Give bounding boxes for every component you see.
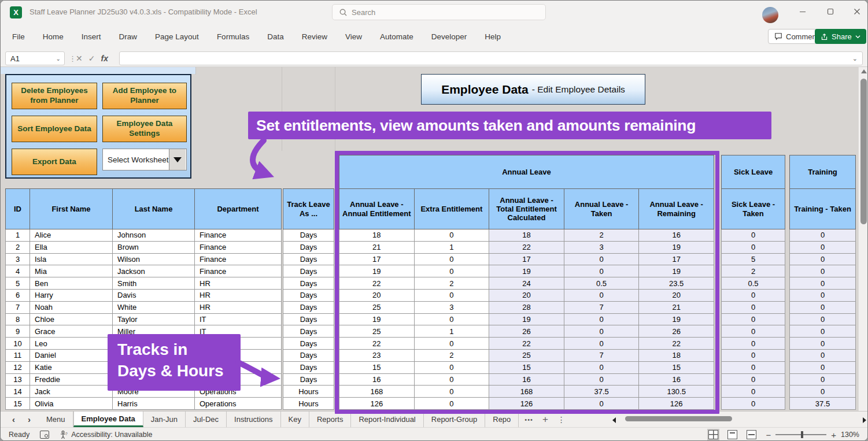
cell-training-taken[interactable]: 0 — [790, 361, 856, 373]
cell-annual-4[interactable]: 15 — [639, 361, 714, 373]
cell-last-name[interactable]: Brown — [113, 241, 195, 253]
cell-first-name[interactable]: Olivia — [30, 398, 113, 410]
cell-training-taken[interactable]: 0 — [790, 301, 856, 313]
cell-annual-3[interactable]: 0 — [564, 265, 639, 277]
cell-sick-taken[interactable]: 0 — [722, 386, 785, 398]
cell-annual-2[interactable]: 24 — [489, 277, 564, 290]
cell-sick-taken[interactable]: 0 — [722, 289, 785, 301]
cell-annual-0[interactable]: 25 — [339, 301, 415, 313]
cell-annual-0[interactable]: 22 — [339, 277, 415, 290]
cell-id[interactable]: 5 — [6, 277, 30, 290]
cell-annual-4[interactable]: 16 — [639, 373, 714, 386]
cell-training-taken[interactable]: 0 — [790, 349, 856, 361]
cell-id[interactable]: 13 — [6, 373, 30, 386]
header-annual-leave-total-entitlement-calculated[interactable]: Annual Leave - Total Entitlement Calcula… — [489, 189, 564, 229]
cell-track-leave-as[interactable]: Days — [283, 313, 334, 325]
employee-data-settings-button[interactable]: Employee Data Settings — [102, 116, 187, 142]
cell-annual-3[interactable]: 7 — [564, 301, 639, 313]
cell-annual-1[interactable]: 2 — [414, 349, 489, 361]
cell-last-name[interactable]: Harris — [113, 398, 195, 410]
avatar[interactable] — [762, 7, 778, 23]
cell-annual-3[interactable]: 0 — [564, 398, 639, 410]
cell-annual-4[interactable]: 17 — [639, 253, 714, 265]
header-id[interactable]: ID — [6, 189, 30, 229]
cell-annual-4[interactable]: 22 — [639, 338, 714, 350]
cell-annual-1[interactable]: 0 — [414, 313, 489, 325]
cell-first-name[interactable]: Grace — [30, 325, 113, 338]
cell-annual-1[interactable]: 1 — [414, 241, 489, 253]
cell-annual-0[interactable]: 20 — [339, 289, 415, 301]
cell-track-leave-as[interactable]: Days — [283, 241, 334, 253]
cell-annual-3[interactable]: 0 — [564, 313, 639, 325]
cell-annual-4[interactable]: 20 — [639, 289, 714, 301]
training-table[interactable]: Training Training - Taken 00000000000000… — [789, 155, 856, 410]
cell-training-taken[interactable]: 0 — [790, 253, 856, 265]
cell-id[interactable]: 11 — [6, 349, 30, 361]
hscroll-left-icon[interactable] — [612, 417, 616, 423]
sheet-tab-jul-dec[interactable]: Jul-Dec — [186, 412, 227, 427]
cell-first-name[interactable]: Harry — [30, 289, 113, 301]
sheet-tab-instructions[interactable]: Instructions — [227, 412, 280, 427]
cell-annual-0[interactable]: 15 — [339, 361, 415, 373]
sheet-nav-right-icon[interactable]: › — [28, 414, 31, 424]
cell-training-taken[interactable]: 0 — [790, 373, 856, 386]
name-box[interactable]: A1 ⌄ — [5, 51, 65, 65]
export-data-button[interactable]: Export Data — [12, 149, 97, 175]
cell-annual-2[interactable]: 126 — [489, 398, 564, 410]
cell-annual-0[interactable]: 18 — [339, 229, 415, 242]
add-sheet-icon[interactable]: + — [542, 414, 548, 425]
cell-department[interactable]: Finance — [195, 253, 282, 265]
cell-annual-2[interactable]: 22 — [489, 241, 564, 253]
vertical-scrollbar[interactable] — [858, 67, 868, 411]
cell-annual-3[interactable]: 37.5 — [564, 386, 639, 398]
cell-annual-1[interactable]: 0 — [414, 265, 489, 277]
cell-training-taken[interactable]: 37.5 — [790, 398, 856, 410]
cell-sick-taken[interactable]: 0 — [722, 313, 785, 325]
sheet-overflow-dots[interactable]: ••• — [525, 416, 533, 423]
scroll-up-icon[interactable] — [861, 69, 867, 73]
cell-annual-3[interactable]: 0 — [564, 338, 639, 350]
cell-first-name[interactable]: Isla — [30, 253, 113, 265]
page-layout-view-icon[interactable] — [727, 430, 737, 439]
select-worksheet-dropdown[interactable]: Select Worksheet ... — [102, 149, 187, 171]
cell-id[interactable]: 4 — [6, 265, 30, 277]
track-leave-header[interactable]: Track Leave As ... — [283, 189, 334, 229]
cell-track-leave-as[interactable]: Days — [283, 253, 334, 265]
cell-annual-2[interactable]: 19 — [489, 265, 564, 277]
cell-training-taken[interactable]: 0 — [790, 277, 856, 290]
cell-id[interactable]: 14 — [6, 386, 30, 398]
cell-sick-taken[interactable]: 0 — [722, 349, 785, 361]
cell-annual-2[interactable]: 28 — [489, 301, 564, 313]
maximize-button[interactable] — [822, 7, 839, 17]
cell-last-name[interactable]: White — [113, 301, 195, 313]
horizontal-scroll-thumb[interactable] — [625, 416, 732, 421]
cell-department[interactable]: HR — [195, 289, 282, 301]
cell-track-leave-as[interactable]: Hours — [283, 398, 334, 410]
cell-annual-1[interactable]: 0 — [414, 361, 489, 373]
cell-training-taken[interactable]: 0 — [790, 325, 856, 338]
header-annual-leave-taken[interactable]: Annual Leave - Taken — [564, 189, 639, 229]
sort-employee-data-button[interactable]: Sort Employee Data — [12, 116, 97, 142]
cell-annual-3[interactable]: 0 — [564, 361, 639, 373]
cell-first-name[interactable]: Alice — [30, 229, 113, 242]
search-box[interactable]: Search — [332, 4, 546, 20]
cell-id[interactable]: 6 — [6, 289, 30, 301]
cell-annual-2[interactable]: 168 — [489, 386, 564, 398]
dropdown-arrow-button[interactable] — [169, 149, 186, 170]
cell-annual-0[interactable]: 16 — [339, 373, 415, 386]
cell-annual-3[interactable]: 3 — [564, 241, 639, 253]
cell-training-taken[interactable]: 0 — [790, 313, 856, 325]
cell-track-leave-as[interactable]: Days — [283, 338, 334, 350]
cell-annual-2[interactable]: 19 — [489, 313, 564, 325]
annual-leave-group-header[interactable]: Annual Leave — [339, 155, 714, 189]
cell-annual-1[interactable]: 3 — [414, 301, 489, 313]
cell-track-leave-as[interactable]: Days — [283, 277, 334, 290]
cell-annual-2[interactable]: 17 — [489, 253, 564, 265]
sick-leave-taken-header[interactable]: Sick Leave - Taken — [722, 189, 785, 229]
enter-icon[interactable]: ✓ — [88, 54, 95, 63]
cell-training-taken[interactable]: 0 — [790, 265, 856, 277]
cell-annual-0[interactable]: 19 — [339, 265, 415, 277]
cell-track-leave-as[interactable]: Days — [283, 265, 334, 277]
cell-track-leave-as[interactable]: Days — [283, 301, 334, 313]
cell-department[interactable]: HR — [195, 301, 282, 313]
